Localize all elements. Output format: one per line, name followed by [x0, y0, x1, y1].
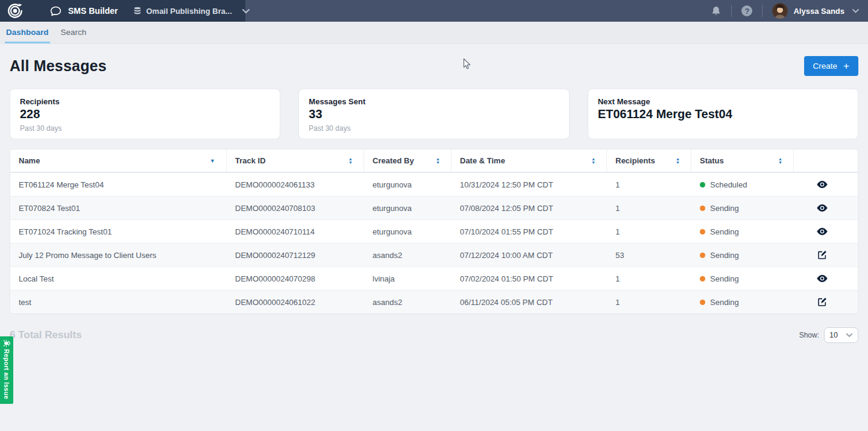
top-navbar: SMS Builder Omail Publishing Bra...	[0, 0, 868, 22]
cell-recipients: 1	[607, 274, 691, 283]
table-row[interactable]: test DEMO0000024061022 asands2 06/11/202…	[10, 290, 858, 313]
status-dot	[700, 206, 705, 211]
status-label: Sending	[710, 251, 739, 260]
cell-created-by: asands2	[364, 251, 451, 260]
eye-icon	[817, 227, 828, 236]
card-value: 228	[20, 107, 270, 121]
card-caption	[598, 124, 848, 133]
app-logo-icon[interactable]	[7, 3, 23, 19]
cell-track-id: DEMO0000240712129	[227, 251, 364, 260]
report-issue-tab[interactable]: Report an Issue	[0, 336, 13, 404]
column-header-label: Date & Time	[460, 156, 505, 165]
cell-status: Sending	[691, 251, 794, 260]
tab-bar: Dashboard Search	[0, 22, 868, 44]
messages-sent-card: Messages Sent 33 Past 30 days	[298, 89, 569, 139]
table-row[interactable]: July 12 Promo Message to Client Users DE…	[10, 243, 858, 266]
user-chevron-down-icon[interactable]	[852, 8, 860, 13]
cell-name: Local Test	[10, 274, 227, 283]
cell-created-by: lvinaja	[364, 274, 451, 283]
user-avatar[interactable]	[772, 3, 788, 19]
status-dot	[700, 300, 705, 305]
cell-name: July 12 Promo Message to Client Users	[10, 251, 227, 260]
cell-actions	[794, 203, 858, 213]
cell-name: ET061124 Merge Test04	[10, 180, 227, 189]
status-label: Sending	[710, 227, 739, 236]
column-header-track-id[interactable]: Track ID ▲▼	[227, 149, 364, 172]
column-header-label: Track ID	[235, 156, 266, 165]
cell-recipients: 53	[607, 251, 691, 260]
cell-actions	[794, 179, 858, 190]
stat-cards: Recipients 228 Past 30 days Messages Sen…	[10, 89, 858, 139]
tab-dashboard[interactable]: Dashboard	[5, 22, 50, 43]
table-row[interactable]: Local Test DEMO0000024070298 lvinaja 07/…	[10, 266, 858, 290]
help-icon[interactable]: ?	[741, 5, 752, 16]
table-row[interactable]: ET061124 Merge Test04 DEMO0000024061133 …	[10, 172, 858, 196]
cell-date-time: 06/11/2024 05:05 PM CDT	[451, 298, 607, 307]
cell-date-time: 07/10/2024 01:55 PM CDT	[451, 227, 607, 236]
chevron-down-icon	[846, 333, 853, 338]
navbar-divider	[762, 5, 763, 17]
cell-status: Scheduled	[691, 180, 794, 189]
sort-icon[interactable]: ▲▼	[591, 157, 596, 165]
total-results: 6 Total Results	[10, 329, 82, 341]
eye-icon	[817, 180, 828, 189]
sort-icon[interactable]: ▲▼	[676, 157, 680, 165]
cell-actions	[794, 226, 858, 237]
column-header-status[interactable]: Status ▲▼	[691, 149, 794, 172]
cell-status: Sending	[691, 204, 794, 213]
view-message-button[interactable]	[816, 179, 829, 190]
sort-icon[interactable]: ▲▼	[348, 157, 353, 165]
cell-track-id: DEMO0000024061022	[227, 298, 364, 307]
navbar-right-section: ? Alyssa Sands	[711, 0, 868, 22]
list-footer: 6 Total Results Show: 10	[10, 327, 858, 343]
cell-date-time: 10/31/2024 12:50 PM CDT	[451, 180, 607, 189]
cell-status: Sending	[691, 274, 794, 283]
status-label: Sending	[710, 274, 739, 283]
page-size-value: 10	[829, 331, 838, 339]
column-header-recipients[interactable]: Recipients ▲▼	[607, 149, 691, 172]
page-title: All Messages	[10, 57, 107, 75]
table-row[interactable]: ET070824 Test01 DEMO0000240708103 eturgu…	[10, 196, 858, 219]
sort-icon[interactable]: ▲▼	[436, 157, 440, 165]
column-header-name[interactable]: Name ▼	[10, 149, 227, 172]
cell-recipients: 1	[607, 298, 691, 307]
column-header-label: Name	[19, 156, 40, 165]
column-header-created-by[interactable]: Created By ▲▼	[364, 149, 451, 172]
view-message-button[interactable]	[816, 273, 829, 284]
brand-selector-label[interactable]: Omail Publishing Bra...	[146, 7, 231, 16]
edit-icon	[817, 250, 827, 260]
next-message-card: Next Message ET061124 Merge Test04	[588, 89, 858, 139]
card-caption: Past 30 days	[309, 124, 559, 133]
recipients-card: Recipients 228 Past 30 days	[10, 89, 280, 139]
edit-message-button[interactable]	[816, 249, 828, 261]
status-label: Sending	[710, 204, 739, 213]
sort-desc-icon[interactable]: ▼	[210, 158, 215, 164]
sort-icon[interactable]: ▲▼	[778, 157, 782, 165]
create-button[interactable]: Create +	[804, 56, 858, 76]
cell-actions	[794, 273, 858, 284]
page-size-select[interactable]: 10	[824, 327, 858, 343]
cell-date-time: 07/02/2024 01:50 PM CDT	[451, 274, 607, 283]
table-row[interactable]: ET071024 Tracking Test01 DEMO00002407101…	[10, 219, 858, 243]
show-label: Show:	[799, 331, 819, 339]
tab-search[interactable]: Search	[60, 22, 88, 43]
notification-bell-icon[interactable]	[711, 5, 722, 17]
cell-created-by: eturgunova	[364, 227, 451, 236]
bug-icon	[3, 339, 11, 347]
app-title: SMS Builder	[68, 6, 118, 16]
view-message-button[interactable]	[816, 226, 829, 237]
page-size-control: Show: 10	[799, 327, 858, 343]
cell-track-id: DEMO0000024070298	[227, 274, 364, 283]
status-label: Scheduled	[710, 180, 747, 189]
user-name[interactable]: Alyssa Sands	[793, 7, 844, 16]
cell-track-id: DEMO0000024061133	[227, 180, 364, 189]
database-icon	[133, 7, 142, 16]
card-value: ET061124 Merge Test04	[598, 107, 848, 121]
create-button-label: Create	[813, 61, 838, 71]
cell-created-by: asands2	[364, 298, 451, 307]
view-message-button[interactable]	[816, 203, 829, 213]
chat-bubble-icon	[49, 5, 62, 17]
edit-message-button[interactable]	[816, 296, 828, 308]
column-header-date-time[interactable]: Date & Time ▲▼	[451, 149, 607, 172]
brand-chevron-down-icon[interactable]	[242, 8, 250, 14]
